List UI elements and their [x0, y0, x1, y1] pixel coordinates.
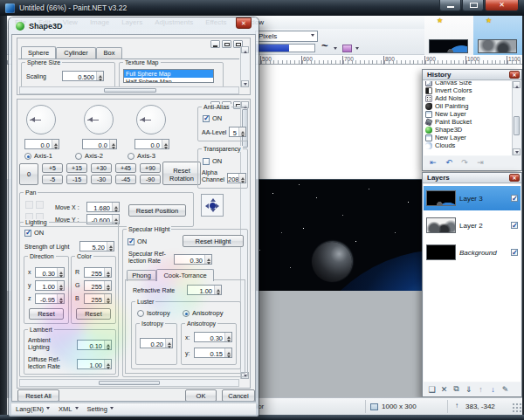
image-tab-1[interactable]: ★	[424, 16, 473, 55]
history-item[interactable]: New Layer	[424, 110, 512, 118]
delete-layer-icon[interactable]: ✕	[439, 385, 449, 394]
scroll-down-icon[interactable]	[513, 148, 521, 155]
close-icon[interactable]: ✕	[509, 174, 520, 182]
history-rewind-icon[interactable]: ⇤	[426, 158, 440, 169]
lighting-on-checkbox[interactable]: ON	[24, 229, 44, 237]
isotropy-spinner[interactable]: 0.20	[140, 338, 173, 348]
panel-restore-icon[interactable]	[222, 40, 231, 48]
axis-3-angle-spinner[interactable]: 0.0	[134, 139, 169, 149]
history-item[interactable]: Shape3D	[424, 126, 512, 134]
axis-2-radio[interactable]: Axis-2	[75, 152, 103, 160]
axis-2-dial[interactable]	[84, 105, 114, 134]
history-item[interactable]: New Layer	[424, 134, 512, 141]
reset-rotation-button[interactable]: Reset Rotation	[162, 162, 201, 185]
scroll-down-icon[interactable]	[241, 80, 249, 87]
isotropy-radio[interactable]: Isotropy	[137, 309, 170, 317]
direction-z-spinner[interactable]: -0.95	[35, 293, 65, 304]
layer-row-background[interactable]: Background	[424, 240, 521, 265]
diffuse-reflection-spinner[interactable]: 1.00	[77, 359, 112, 369]
move-layer-down-icon[interactable]: ↓	[488, 385, 498, 394]
layer-row[interactable]: Layer 2	[424, 213, 521, 238]
ambient-lighting-spinner[interactable]: 0.10	[77, 340, 112, 350]
rotate-plus-button[interactable]: +5	[42, 163, 63, 173]
close-icon[interactable]: ✕	[236, 17, 252, 29]
scrollbar-thumb[interactable]	[514, 116, 520, 135]
anisotropy-x-spinner[interactable]: 0.30	[194, 332, 232, 342]
history-item[interactable]: Paint Bucket	[424, 118, 512, 126]
anisotropy-y-spinner[interactable]: 0.15	[194, 348, 232, 358]
rotate-minus-button[interactable]: -15	[66, 175, 87, 184]
merge-layer-down-icon[interactable]: ⇓	[464, 385, 473, 394]
color-r-spinner[interactable]: 255	[84, 267, 112, 278]
specular-reflection-spinner[interactable]: 0.30	[174, 254, 212, 265]
setting-dropdown[interactable]: Setting	[87, 405, 114, 413]
axis-1-radio[interactable]: Axis-1	[24, 152, 52, 160]
undo-icon[interactable]: ↶	[442, 158, 456, 169]
refractive-rate-spinner[interactable]: 1.00	[187, 285, 222, 295]
reset-all-button[interactable]: Reset All	[17, 389, 59, 402]
axis-2-angle-spinner[interactable]: 0.0	[82, 139, 117, 149]
transparency-on-checkbox[interactable]: ON	[203, 157, 222, 165]
aa-level-spinner[interactable]: 5	[229, 127, 246, 137]
blend-mode-icon[interactable]	[342, 45, 352, 52]
history-fast-forward-icon[interactable]: ⇥	[473, 158, 487, 169]
anti-alias-on-checkbox[interactable]: ON	[203, 114, 222, 122]
minimize-button[interactable]	[439, 0, 461, 11]
reset-hilight-button[interactable]: Reset Hilght	[183, 235, 244, 247]
xml-dropdown[interactable]: XML	[59, 405, 78, 413]
rotate-minus-button[interactable]: -30	[91, 175, 112, 184]
history-scrollbar[interactable]	[512, 81, 521, 155]
direction-y-spinner[interactable]: 1.00	[35, 280, 65, 291]
chevron-down-icon[interactable]	[334, 47, 337, 52]
tab-cook-torrance[interactable]: Cook-Torrance	[156, 269, 214, 281]
history-panel-titlebar[interactable]: History ✕	[423, 70, 521, 80]
add-layer-icon[interactable]: ❑	[427, 385, 437, 394]
axis-1-dial[interactable]	[26, 105, 56, 134]
shape3d-dialog-titlebar[interactable]: Shape3D ✕	[9, 17, 259, 34]
axis-1-angle-spinner[interactable]: 0.0	[24, 139, 59, 149]
ok-button[interactable]: OK	[185, 389, 217, 402]
shape-panel-hscrollbar[interactable]	[19, 86, 239, 94]
tolerance-slider[interactable]	[256, 44, 315, 52]
texture-option-selected[interactable]: Full Sphere Map	[124, 70, 213, 78]
move-x-spinner[interactable]: 1.680	[86, 202, 120, 212]
layer-properties-icon[interactable]: ✎	[500, 385, 510, 394]
texture-map-listbox[interactable]: Full Sphere Map Half Sphere Map	[123, 69, 214, 83]
color-reset-button[interactable]: Reset	[76, 308, 111, 320]
close-button[interactable]: ✕	[485, 0, 519, 11]
axis-3-dial[interactable]	[136, 105, 166, 134]
layer-visible-checkbox[interactable]	[511, 249, 518, 256]
rotate-zero-button[interactable]: 0	[19, 163, 38, 185]
layer-visible-checkbox[interactable]	[511, 222, 518, 229]
window-resize-grip[interactable]	[512, 403, 522, 413]
alpha-channel-spinner[interactable]: 208	[227, 173, 246, 183]
controls-panel-hscrollbar[interactable]	[19, 379, 239, 387]
layer-row-selected[interactable]: Layer 3	[424, 186, 521, 210]
scroll-up-icon[interactable]	[513, 81, 521, 88]
axis-3-radio[interactable]: Axis-3	[128, 152, 155, 160]
strength-of-light-spinner[interactable]: 5.20	[79, 241, 114, 251]
panel-minimize-icon[interactable]	[210, 40, 220, 48]
cancel-button[interactable]: Cancel	[222, 389, 255, 402]
duplicate-layer-icon[interactable]: ⧉	[452, 384, 461, 394]
redo-icon[interactable]: ↷	[458, 158, 472, 169]
history-item[interactable]: Invert Colors	[424, 86, 512, 94]
shape-panel-vscrollbar[interactable]	[240, 46, 249, 87]
units-dropdown[interactable]: Pixels	[255, 31, 318, 42]
anisotropy-radio[interactable]: Anisotropy	[183, 309, 223, 317]
layer-visible-checkbox[interactable]	[511, 195, 518, 202]
lang-dropdown[interactable]: Lang(EN)	[16, 405, 50, 413]
direction-reset-button[interactable]: Reset	[29, 308, 64, 320]
tab-sphere[interactable]: Sphere	[21, 46, 56, 59]
rotate-plus-button[interactable]: +45	[115, 163, 136, 173]
history-item[interactable]: Add Noise	[424, 94, 512, 102]
color-b-spinner[interactable]: 255	[84, 293, 112, 304]
direction-x-spinner[interactable]: 0.30	[35, 267, 65, 278]
reset-position-button[interactable]: Reset Position	[128, 204, 186, 217]
rotate-plus-button[interactable]: +30	[91, 163, 112, 173]
scroll-up-icon[interactable]	[241, 46, 249, 53]
history-item[interactable]: Clouds	[424, 141, 512, 149]
maximize-button[interactable]	[462, 0, 484, 11]
specular-on-checkbox[interactable]: ON	[128, 238, 147, 245]
tab-cylinder[interactable]: Cylinder	[56, 47, 96, 59]
